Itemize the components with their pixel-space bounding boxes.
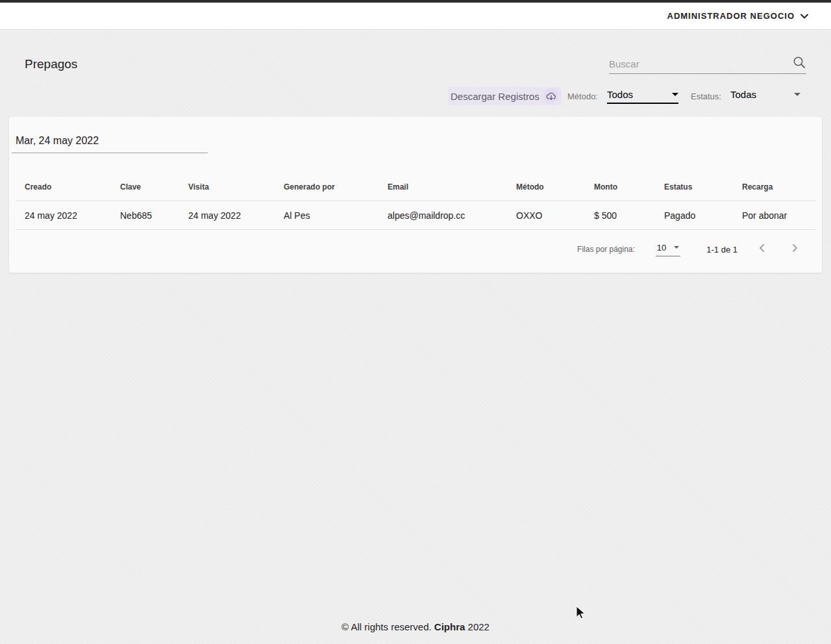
footer-brand: Ciphra	[434, 621, 465, 632]
chevron-right-icon	[790, 243, 799, 255]
footer-year: 2022	[468, 621, 490, 632]
metodo-filter-group: Método: Todos	[567, 87, 678, 105]
search-input[interactable]	[609, 58, 792, 69]
records-table: Creado Clave Visita Generado por Email M…	[16, 173, 815, 230]
rows-per-page-select[interactable]: 10	[656, 243, 680, 256]
previous-page-button[interactable]	[754, 242, 770, 257]
cell-email: alpes@maildrop.cc	[378, 210, 507, 221]
next-page-button[interactable]	[787, 242, 802, 257]
download-records-button[interactable]: Descargar Registros	[448, 87, 562, 105]
pagination-range-label: 1-1 de 1	[706, 245, 738, 254]
records-card: Mar, 24 may 2022 Creado Clave Visita Gen…	[9, 117, 822, 273]
group-date-header: Mar, 24 may 2022	[12, 135, 208, 153]
mouse-cursor	[575, 606, 588, 623]
estatus-filter-group: Estatus: Todas	[691, 87, 800, 105]
cell-estatus: Pagado	[655, 210, 733, 221]
col-header-monto: Monto	[585, 182, 655, 192]
col-header-metodo: Método	[507, 182, 585, 192]
window-top-strip	[0, 0, 831, 3]
estatus-select[interactable]: Todas	[730, 89, 800, 104]
cell-monto: $ 500	[585, 210, 655, 221]
search-icon[interactable]	[792, 55, 806, 72]
download-records-label: Descargar Registros	[451, 91, 540, 102]
table-header-row: Creado Clave Visita Generado por Email M…	[16, 173, 815, 201]
footer-prefix: © All rights reserved.	[341, 621, 432, 632]
table-pagination: Filas por página: 10 1-1 de 1	[9, 230, 822, 269]
footer-copyright: © All rights reserved. Ciphra 2022	[0, 621, 831, 632]
page-title: Prepagos	[25, 57, 77, 71]
col-header-recarga: Recarga	[733, 182, 815, 192]
search-field	[609, 55, 806, 74]
table-row[interactable]: 24 may 2022 Neb685 24 may 2022 Al Pes al…	[16, 201, 815, 230]
metodo-select-value: Todos	[607, 89, 633, 100]
estatus-filter-label: Estatus:	[691, 92, 721, 101]
metodo-filter-label: Método:	[567, 92, 598, 101]
estatus-select-value: Todas	[730, 89, 756, 100]
col-header-generado-por: Generado por	[275, 182, 378, 192]
col-header-estatus: Estatus	[655, 182, 733, 192]
caret-down-icon	[674, 246, 679, 249]
cell-metodo: OXXO	[507, 210, 585, 221]
rows-per-page-label: Filas por página:	[577, 245, 635, 254]
chevron-left-icon	[758, 243, 767, 255]
cell-creado: 24 may 2022	[16, 210, 111, 221]
app-header-bar: ADMINISTRADOR NEGOCIO	[0, 3, 831, 30]
chevron-down-icon	[800, 12, 809, 21]
caret-down-icon	[672, 93, 678, 96]
col-header-email: Email	[378, 182, 507, 192]
account-menu-button[interactable]: ADMINISTRADOR NEGOCIO	[667, 11, 810, 21]
metodo-select[interactable]: Todos	[607, 89, 678, 104]
cloud-download-icon	[543, 88, 559, 104]
caret-down-icon	[794, 93, 800, 96]
cell-generado-por: Al Pes	[275, 210, 378, 221]
account-menu-label: ADMINISTRADOR NEGOCIO	[667, 11, 795, 21]
cell-recarga: Por abonar	[733, 210, 815, 221]
col-header-creado: Creado	[16, 182, 111, 192]
rows-per-page-value: 10	[657, 243, 666, 253]
col-header-visita: Visita	[179, 182, 275, 192]
filters-toolbar: Descargar Registros Método: Todos Estatu…	[0, 87, 831, 106]
cell-clave: Neb685	[111, 210, 179, 221]
col-header-clave: Clave	[111, 182, 179, 192]
cell-visita: 24 may 2022	[179, 210, 275, 221]
